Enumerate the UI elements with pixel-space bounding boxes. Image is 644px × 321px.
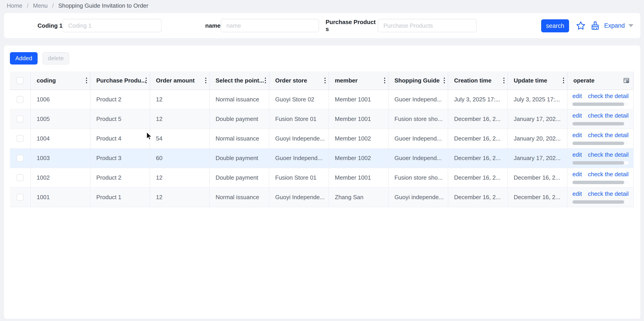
cell-guide: Guoer Independ... bbox=[388, 129, 448, 149]
more-vertical-icon[interactable] bbox=[503, 78, 504, 83]
cell-updated: January 20, 202... bbox=[508, 129, 568, 149]
more-vertical-icon[interactable] bbox=[205, 78, 206, 83]
cell-operate: editcheck the detail bbox=[568, 90, 634, 109]
row-checkbox[interactable] bbox=[17, 174, 24, 181]
more-vertical-icon[interactable] bbox=[146, 78, 147, 83]
more-vertical-icon[interactable] bbox=[444, 78, 445, 83]
column-header-purchase-produ: Purchase Produ... bbox=[90, 71, 150, 90]
check-detail-link[interactable]: check the detail bbox=[588, 151, 629, 158]
expand-label: Expand bbox=[604, 22, 625, 29]
table-row[interactable]: 1004Product 454Normal issuanceGuoyi Inde… bbox=[10, 129, 634, 149]
name-filter-input[interactable] bbox=[221, 19, 319, 32]
cell-coding: 1002 bbox=[31, 168, 90, 188]
operate-scrollbar-track bbox=[572, 181, 629, 184]
cell-member: Member 1001 bbox=[329, 168, 388, 188]
row-checkbox[interactable] bbox=[17, 116, 24, 122]
coding-filter-input[interactable] bbox=[62, 19, 162, 32]
row-checkbox[interactable] bbox=[17, 155, 24, 162]
cell-point: Double payment bbox=[210, 149, 269, 168]
table-row[interactable]: 1003Product 360Double paymentGuoer Indep… bbox=[10, 149, 634, 168]
edit-link[interactable]: edit bbox=[572, 171, 582, 178]
cell-member: Zhang San bbox=[329, 188, 388, 207]
purchase-products-filter-input[interactable] bbox=[378, 19, 476, 32]
data-table: codingPurchase Produ...Order amountSelec… bbox=[10, 71, 634, 207]
operate-scrollbar-thumb[interactable] bbox=[572, 102, 624, 106]
search-button[interactable]: search bbox=[541, 19, 569, 32]
cell-store: Guoyi Independe... bbox=[269, 188, 329, 207]
cell-operate: editcheck the detail bbox=[568, 109, 634, 129]
check-detail-link[interactable]: check the detail bbox=[588, 190, 629, 197]
cell-store: Fusion Store 01 bbox=[269, 168, 329, 188]
row-select-cell bbox=[10, 188, 31, 207]
more-vertical-icon[interactable] bbox=[86, 78, 87, 83]
table-card: Added delete codingPurchase Produ...Orde… bbox=[4, 45, 640, 319]
cell-member: Member 1001 bbox=[329, 90, 388, 109]
edit-link[interactable]: edit bbox=[572, 112, 582, 119]
cell-point: Double payment bbox=[210, 109, 269, 129]
column-header-label: Shopping Guide bbox=[394, 77, 440, 84]
select-all-checkbox[interactable] bbox=[17, 77, 24, 84]
added-button[interactable]: Added bbox=[10, 52, 38, 64]
column-header-update-time: Update time bbox=[508, 71, 568, 90]
row-select-cell bbox=[10, 149, 31, 168]
row-checkbox[interactable] bbox=[17, 96, 24, 103]
filter-bar: Coding 1 name Purchase Products search E… bbox=[4, 13, 640, 38]
delete-button[interactable]: delete bbox=[42, 52, 69, 64]
edit-link[interactable]: edit bbox=[572, 190, 582, 197]
breadcrumb-home[interactable]: Home bbox=[7, 2, 22, 9]
operate-scrollbar-track bbox=[572, 200, 629, 204]
more-vertical-icon[interactable] bbox=[324, 78, 326, 83]
cell-created: December 16, 2... bbox=[448, 149, 508, 168]
more-vertical-icon[interactable] bbox=[265, 78, 266, 83]
cell-coding: 1006 bbox=[31, 90, 90, 109]
breadcrumb-separator: / bbox=[52, 2, 54, 9]
more-vertical-icon[interactable] bbox=[384, 78, 385, 83]
more-vertical-icon[interactable] bbox=[563, 78, 564, 83]
cell-updated: July 3, 2025 17:... bbox=[508, 90, 568, 109]
table-row[interactable]: 1001Product 112Normal issuanceGuoyi Inde… bbox=[10, 188, 634, 207]
edit-link[interactable]: edit bbox=[572, 151, 582, 158]
operate-scrollbar-thumb[interactable] bbox=[572, 181, 624, 184]
edit-link[interactable]: edit bbox=[572, 93, 582, 100]
row-select-cell bbox=[10, 109, 31, 129]
favorite-button[interactable] bbox=[576, 20, 586, 31]
row-checkbox[interactable] bbox=[17, 194, 24, 201]
cell-product: Product 2 bbox=[90, 168, 150, 188]
column-header-label: Update time bbox=[514, 77, 547, 84]
cell-operate: editcheck the detail bbox=[568, 129, 634, 149]
check-detail-link[interactable]: check the detail bbox=[588, 171, 629, 178]
column-header-creation-time: Creation time bbox=[448, 71, 508, 90]
row-checkbox[interactable] bbox=[17, 135, 24, 142]
cell-store: Guoer Independ... bbox=[269, 149, 329, 168]
expand-toggle[interactable]: Expand bbox=[604, 22, 634, 29]
check-detail-link[interactable]: check the detail bbox=[588, 112, 629, 119]
breadcrumb-menu[interactable]: Menu bbox=[33, 2, 48, 9]
breadcrumb-separator: / bbox=[27, 2, 28, 9]
breadcrumb: Home / Menu / Shopping Guide Invitation … bbox=[7, 1, 148, 10]
cell-updated: December 16, 2... bbox=[508, 188, 568, 207]
operate-scrollbar-thumb[interactable] bbox=[572, 200, 624, 204]
cell-member: Member 1002 bbox=[329, 129, 388, 149]
table-row[interactable]: 1006Product 212Normal issuanceGuoyi Stor… bbox=[10, 90, 634, 109]
cell-point: Double payment bbox=[210, 168, 269, 188]
table-row[interactable]: 1002Product 212Double paymentFusion Stor… bbox=[10, 168, 634, 188]
clear-button[interactable] bbox=[590, 20, 600, 31]
table-header-row: codingPurchase Produ...Order amountSelec… bbox=[10, 71, 634, 90]
operate-scrollbar-thumb[interactable] bbox=[572, 142, 624, 145]
cell-amount: 12 bbox=[150, 188, 210, 207]
breadcrumb-current-page: Shopping Guide Invitation to Order bbox=[58, 2, 148, 9]
column-header-label: Order store bbox=[275, 77, 307, 84]
check-detail-link[interactable]: check the detail bbox=[588, 93, 629, 100]
operate-scrollbar-track bbox=[572, 102, 629, 106]
cell-created: December 16, 2... bbox=[448, 168, 508, 188]
purchase-products-filter-label: Purchase Products bbox=[326, 19, 377, 32]
check-detail-link[interactable]: check the detail bbox=[588, 132, 629, 139]
operate-scrollbar-thumb[interactable] bbox=[572, 122, 624, 125]
row-select-cell bbox=[10, 168, 31, 188]
edit-link[interactable]: edit bbox=[572, 132, 582, 139]
table-settings-icon[interactable] bbox=[623, 77, 630, 84]
table-row[interactable]: 1005Product 512Double paymentFusion Stor… bbox=[10, 109, 634, 129]
cell-operate: editcheck the detail bbox=[568, 188, 634, 207]
operate-scrollbar-thumb[interactable] bbox=[572, 161, 624, 165]
column-header-label: Creation time bbox=[454, 77, 492, 84]
